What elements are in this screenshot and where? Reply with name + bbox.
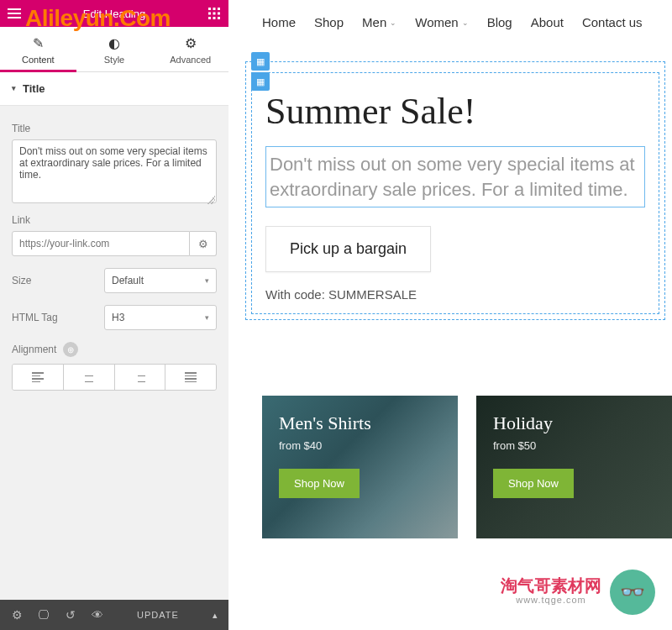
gear-icon: ⚙ — [152, 35, 228, 51]
nav-about[interactable]: About — [531, 15, 564, 29]
tab-label: Content — [22, 55, 55, 65]
widgets-icon[interactable] — [207, 6, 222, 21]
card-title: Holiday — [493, 412, 655, 434]
link-options-button[interactable]: ⚙ — [190, 231, 217, 256]
title-textarea[interactable]: Don't miss out on some very special item… — [12, 139, 217, 203]
edit-section-handle[interactable]: ▦ — [251, 52, 270, 71]
svg-rect-5 — [218, 13, 220, 15]
shop-now-button[interactable]: Shop Now — [493, 469, 574, 498]
alignment-buttons — [12, 364, 217, 391]
size-value: Default — [112, 275, 144, 286]
card-title: Men's Shirts — [279, 412, 441, 434]
editor-sidebar: Alileyun.Com Edit Heading ✎ Content ◐ St… — [0, 0, 228, 630]
resize-handle-icon[interactable] — [207, 196, 215, 204]
nav-home[interactable]: Home — [262, 15, 296, 29]
size-label: Size — [12, 275, 104, 286]
update-button[interactable]: UPDATE — [111, 610, 205, 620]
menu-icon[interactable] — [7, 6, 22, 21]
canvas-column[interactable]: Summer Sale! Don't miss out on some very… — [251, 72, 659, 314]
tab-content[interactable]: ✎ Content — [0, 27, 76, 71]
history-button[interactable]: ↺ — [57, 600, 84, 630]
tab-advanced[interactable]: ⚙ Advanced — [152, 27, 228, 71]
link-label: Link — [12, 214, 217, 226]
watermark-top: Alileyun.Com — [25, 5, 171, 32]
size-select[interactable]: Default — [104, 268, 217, 293]
shop-now-button[interactable]: Shop Now — [279, 469, 360, 498]
alignment-label: Alignment — [12, 344, 56, 355]
nav-men[interactable]: Men⌄ — [362, 15, 396, 29]
product-cards: Men's Shirts from $40 Shop Now Holiday f… — [262, 396, 672, 538]
card-price: from $50 — [493, 439, 655, 452]
panel-body: Title Don't miss out on some very specia… — [0, 106, 228, 399]
responsive-icon[interactable]: ⊕ — [63, 342, 78, 357]
edit-column-handle[interactable]: ▦ — [251, 72, 270, 91]
style-icon: ◐ — [76, 35, 153, 51]
product-card[interactable]: Men's Shirts from $40 Shop Now — [262, 396, 458, 538]
nav-women[interactable]: Women⌄ — [415, 15, 468, 29]
section-title-toggle[interactable]: Title — [0, 72, 228, 106]
svg-rect-1 — [213, 8, 216, 10]
glasses-icon: 👓 — [620, 580, 645, 604]
product-card[interactable]: Holiday from $50 Shop Now — [476, 396, 672, 538]
preview-button[interactable]: 👁 — [84, 600, 111, 630]
section-title: Title — [23, 82, 45, 95]
nav-shop[interactable]: Shop — [314, 15, 344, 29]
save-options-button[interactable]: ▴ — [205, 610, 225, 621]
tab-label: Advanced — [170, 55, 211, 65]
svg-rect-0 — [208, 8, 211, 10]
svg-rect-8 — [218, 17, 220, 19]
editor-tabs: ✎ Content ◐ Style ⚙ Advanced — [0, 27, 228, 72]
align-left-button[interactable] — [13, 365, 64, 390]
svg-rect-7 — [213, 17, 216, 19]
tab-label: Style — [104, 55, 124, 65]
settings-button[interactable]: ⚙ — [3, 600, 30, 630]
site-nav: Home Shop Men⌄ Women⌄ Blog About Contact… — [228, 0, 672, 45]
chevron-down-icon: ⌄ — [390, 18, 396, 27]
svg-rect-4 — [213, 13, 216, 15]
hero-heading[interactable]: Summer Sale! — [265, 90, 645, 133]
responsive-button[interactable]: 🖵 — [30, 600, 57, 630]
svg-rect-6 — [208, 17, 211, 19]
htmltag-value: H3 — [112, 312, 124, 323]
hero-cta-button[interactable]: Pick up a bargain — [265, 226, 431, 272]
gear-icon: ⚙ — [198, 238, 208, 250]
hero-code-text[interactable]: With code: SUMMERSALE — [265, 287, 645, 302]
htmltag-label: HTML Tag — [12, 312, 104, 323]
svg-rect-3 — [208, 13, 211, 15]
hero-subtext-selected[interactable]: Don't miss out on some very special item… — [265, 146, 645, 207]
tab-style[interactable]: ◐ Style — [76, 27, 153, 71]
pencil-icon: ✎ — [0, 35, 76, 51]
watermark-bottom-logo: 👓 — [610, 570, 655, 615]
preview-area: Home Shop Men⌄ Women⌄ Blog About Contact… — [228, 0, 672, 630]
chevron-down-icon: ⌄ — [462, 18, 469, 27]
nav-contact[interactable]: Contact us — [582, 15, 643, 29]
align-right-button[interactable] — [115, 365, 166, 390]
link-input[interactable] — [12, 231, 190, 256]
svg-rect-2 — [218, 8, 220, 10]
align-justify-button[interactable] — [165, 365, 216, 390]
card-price: from $40 — [279, 439, 441, 452]
nav-blog[interactable]: Blog — [487, 15, 512, 29]
watermark-bottom-text: 淘气哥素材网 www.tqge.com — [501, 576, 601, 605]
htmltag-select[interactable]: H3 — [104, 305, 217, 330]
title-label: Title — [12, 123, 217, 134]
canvas-section[interactable]: ▦ ▦ Summer Sale! Don't miss out on some … — [245, 61, 665, 320]
editor-footer: ⚙ 🖵 ↺ 👁 UPDATE ▴ — [0, 600, 228, 630]
align-center-button[interactable] — [64, 365, 115, 390]
